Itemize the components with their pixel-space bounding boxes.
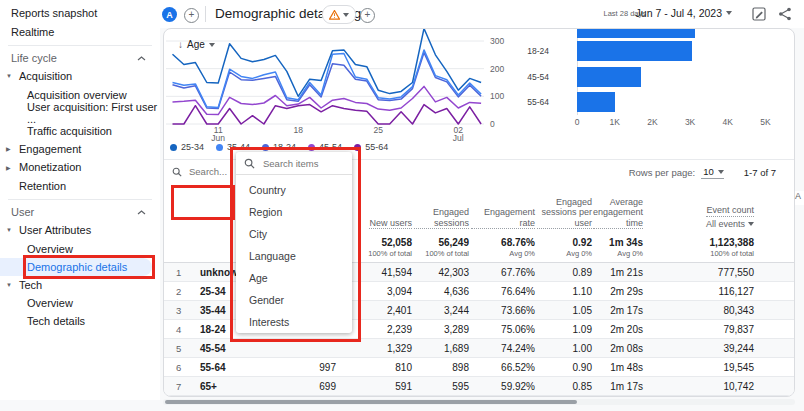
sidebar-item-acquisition[interactable]: ▼Acquisition	[0, 67, 160, 86]
expand-arrow-down-icon[interactable]: ▼	[6, 282, 12, 288]
sidebar-item-reports-snapshot[interactable]: Reports snapshot	[0, 4, 160, 23]
dropdown-item-country[interactable]: Country	[236, 179, 352, 201]
line-chart-svg: 010020030011Jun182502Jul	[166, 29, 511, 141]
svg-text:200: 200	[490, 64, 504, 74]
sidebar-item-realtime[interactable]: Realtime	[0, 23, 160, 42]
column-header-avg_time[interactable]: Average engagement time	[593, 197, 643, 230]
add-report-tab-icon[interactable]: +	[360, 8, 375, 23]
dropdown-item-language[interactable]: Language	[236, 245, 352, 267]
sidebar-section-user[interactable]: User	[0, 203, 160, 221]
cell-engagement_rate: 75.06%	[471, 320, 537, 338]
cell-events: 79,837	[645, 320, 756, 338]
sidebar-item-tech-details[interactable]: Tech details	[0, 312, 160, 330]
dropdown-item-region[interactable]: Region	[236, 201, 352, 223]
table-row-55-64[interactable]: 6 55-6499781089866.52%0.901m 48s19,545	[164, 358, 795, 377]
sidebar-item-user-attributes[interactable]: ▼User Attributes	[0, 221, 160, 240]
cell-espu: 1.05	[537, 301, 594, 319]
cell-engaged_sessions: 3,289	[414, 320, 471, 338]
cell-engagement_rate: 59.92%	[471, 377, 537, 395]
sidebar-item-demographic-details[interactable]: Demographic details	[0, 258, 152, 276]
all-events-filter[interactable]: All events	[706, 219, 754, 230]
cell-espu: 1.00	[537, 339, 594, 357]
share-icon[interactable]	[778, 7, 792, 25]
sidebar-item-engagement[interactable]: ▶Engagement	[0, 140, 160, 159]
data-threshold-warning-button[interactable]	[322, 5, 356, 24]
svg-text:Jun: Jun	[211, 133, 225, 141]
dropdown-item-city[interactable]: City	[236, 223, 352, 245]
bar-category-label: 55-64	[504, 97, 549, 107]
sidebar-item-overview[interactable]: Overview	[0, 240, 160, 258]
legend-dot	[170, 144, 177, 151]
cell-events: 80,343	[645, 301, 756, 319]
cell-espu: 1.10	[537, 282, 594, 300]
dropdown-item-age[interactable]: Age	[236, 267, 352, 289]
customize-report-icon[interactable]	[752, 7, 766, 25]
sidebar-section-life-cycle[interactable]: Life cycle	[0, 49, 160, 67]
bar-axis-tick: 1K	[609, 117, 619, 125]
bar-axis-tick: 3K	[685, 117, 695, 125]
sidebar-item-retention[interactable]: Retention	[0, 177, 160, 196]
cell-events: 777,550	[645, 263, 756, 281]
dropdown-search-input[interactable]	[261, 157, 340, 170]
horizontal-scrollbar-thumb[interactable]	[165, 400, 577, 404]
cell-avg_time: 2m 29s	[594, 282, 645, 300]
dropdown-item-interests[interactable]: Interests	[236, 311, 352, 333]
sidebar-divider	[0, 41, 160, 49]
cell-engagement_rate: 67.76%	[471, 263, 537, 281]
expand-arrow-down-icon[interactable]: ▼	[6, 73, 12, 79]
comparison-chip[interactable]: A	[162, 7, 177, 22]
add-comparison-icon[interactable]: +	[184, 8, 199, 23]
cell-new_users: 810	[338, 358, 414, 376]
column-header-engaged_sessions[interactable]: Engaged sessions	[414, 207, 469, 229]
bar-45-54	[577, 67, 641, 87]
legend-dot	[308, 144, 315, 151]
sort-arrow-icon: ↓	[178, 39, 183, 50]
total-engagement_rate: 68.76% Avg 0%	[471, 233, 537, 262]
sidebar-item-overview[interactable]: Overview	[0, 294, 160, 312]
sidebar-item-tech[interactable]: ▼Tech	[0, 276, 160, 295]
rows-per-page-select[interactable]: 10	[701, 166, 724, 179]
warning-triangle-icon	[329, 10, 340, 20]
report-sidebar: Reports snapshotRealtime Life cycle ▼Acq…	[0, 0, 160, 400]
dropdown-search[interactable]	[236, 152, 352, 175]
cell-engaged_sessions: 595	[414, 377, 471, 395]
cell-espu: 0.85	[537, 377, 594, 395]
cell-engagement_rate: 73.66%	[471, 301, 537, 319]
svg-text:18: 18	[293, 125, 303, 135]
clipped-next-column-fragment: A	[795, 191, 804, 205]
cell-engaged_sessions: 1,689	[414, 339, 471, 357]
svg-text:Jul: Jul	[453, 133, 464, 141]
chevron-down-icon	[343, 13, 349, 17]
dropdown-item-gender[interactable]: Gender	[236, 289, 352, 311]
cell-avg_time: 2m 08s	[594, 339, 645, 357]
column-header-new_users[interactable]: New users	[369, 218, 412, 230]
dropdown-item-list: CountryRegionCityLanguageAgeGenderIntere…	[236, 179, 352, 333]
expand-arrow-down-icon[interactable]: ▼	[6, 227, 12, 233]
sidebar-item-monetization[interactable]: ▶Monetization	[0, 158, 160, 177]
cell-engagement_rate: 74.24%	[471, 339, 537, 357]
column-header-events[interactable]: Event count	[706, 205, 754, 217]
cell-engagement_rate: 66.52%	[471, 358, 537, 376]
cell-events: 39,244	[645, 339, 756, 357]
legend-item-45-54: 45-54	[308, 142, 342, 152]
chevron-up-icon	[137, 210, 146, 215]
age-dimension-button[interactable]: ↓ Age	[178, 39, 215, 50]
chevron-down-icon	[718, 170, 724, 174]
legend-dot	[262, 144, 269, 151]
expand-arrow-right-icon[interactable]: ▶	[6, 145, 11, 152]
cell-new_users: 1,329	[338, 339, 414, 357]
chevron-down-icon	[748, 222, 754, 226]
sidebar-item-user-acquisition-first-user-[interactable]: User acquisition: First user ...	[0, 104, 160, 122]
table-row-65+[interactable]: 7 65+69959159559.92%0.851m 17s10,742	[164, 377, 795, 396]
legend-item-55-64: 55-64	[354, 142, 388, 152]
expand-arrow-right-icon[interactable]: ▶	[6, 164, 11, 171]
cell-users: 699	[274, 377, 338, 395]
date-range-picker[interactable]: Jun 7 - Jul 4, 2023	[636, 7, 732, 19]
column-header-espu[interactable]: Engaged sessions per user	[537, 197, 592, 230]
table-row-45-54[interactable]: 5 45-541,3291,68974.24%1.002m 08s39,244	[164, 339, 795, 358]
bar-axis-tick: 4K	[723, 117, 733, 125]
sidebar-item-traffic-acquisition[interactable]: Traffic acquisition	[0, 122, 160, 140]
column-header-engagement_rate[interactable]: Engagement rate	[471, 207, 535, 229]
bar-axis-tick: 5K	[760, 117, 770, 125]
bar-axis-tick: 2K	[647, 117, 657, 125]
